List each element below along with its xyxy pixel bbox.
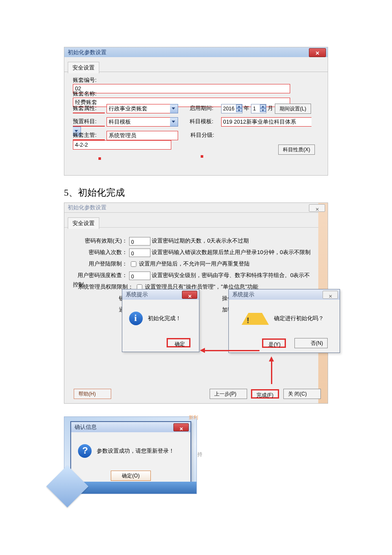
input-pwd-tries[interactable]: 0 [129,249,150,257]
dialog-title: 系统提示 [126,291,148,298]
label-acct-name: 账套名称: [73,90,105,98]
dialog-body: 初始化完成！ [122,300,199,335]
question-icon [78,444,92,458]
close-icon[interactable]: ✕ [323,291,338,299]
label-acct-attr: 账套属性: [73,104,105,113]
dialog-relogin: 确认信息 ✕ 参数设置成功，请您重新登录！ 确定(O) [70,421,191,486]
select-preset[interactable]: 科目模板 [107,117,170,127]
dialog-titlebar: 系统提示 ✕ [122,289,199,300]
label-acct-no: 账套编号: [73,76,105,84]
relogin-background: 新利 持 确认信息 ✕ 参数设置成功，请您重新登录！ 确定(O) [64,416,197,494]
window-titlebar: 初始化参数设置 ✕ [64,47,328,57]
help-button[interactable]: 帮助(H) [74,389,111,399]
desc-pwd-days: 设置密码过期的天数，0天表示永不过期 [152,237,249,244]
input-admin[interactable]: 系统管理员 [107,131,178,140]
select-subj-tpl[interactable]: 019 2012新事业单位科目体系 [221,117,311,127]
input-pwd-strength[interactable]: 0 [129,272,150,280]
window-title: 初始化参数设置 [68,49,107,55]
no-button[interactable]: 否(N) [294,338,328,348]
checkbox-login-limit[interactable] [131,261,136,267]
deco-text: 新利 [189,414,198,421]
ok-button[interactable]: 确定(O) [111,471,151,481]
info-icon [129,312,143,325]
label-pwd-days: 密码有效期(天)： [73,236,127,246]
label-pwd-strength: 用户密码强度检查： [73,271,127,280]
label-subj-tpl: 科目模板: [190,118,219,125]
chevron-down-icon[interactable] [170,104,178,113]
close-icon[interactable]: ✕ [182,291,197,299]
warning-icon [242,313,269,325]
close-icon[interactable]: ✕ [173,423,189,431]
close-icon[interactable]: ✕ [309,48,326,57]
dialog-title: 系统提示 [232,291,254,298]
footer-row: 帮助(H) 上一步(P) 完成(F) 关 闭(C) [64,389,328,399]
label-login-limit: 用户登陆限制： [73,259,127,269]
label-preset: 预置科目: [73,118,105,127]
dialog-body: 参数设置成功，请您重新登录！ [71,432,190,468]
red-dot [98,157,101,160]
dialog-body: 确定进行初始化吗？ [229,300,340,335]
tab-row: 安全设置 [64,58,328,72]
chevron-down-icon[interactable] [170,117,178,127]
tab-row: 安全设置 [64,214,328,228]
window-titlebar-light: 初始化参数设置 ✕ [64,203,328,213]
close-icon[interactable]: ✕ [309,204,325,212]
dialog-message: 参数设置成功，请您重新登录！ [97,447,174,455]
input-pwd-days[interactable]: 0 [129,237,150,246]
form-area: 账套编号: 02 账套名称: 经费账套 账套属性: 行政事业类账套 启用期间: … [64,72,328,176]
tab-security[interactable]: 安全设置 [68,62,99,73]
desc-login-limit: 设置用户登陆后，不允许同一用户再重复登陆 [139,260,250,267]
init-param-panel-1: 初始化参数设置 ✕ 安全设置 账套编号: 02 账套名称: 经费账套 账套属性:… [64,47,328,176]
ok-button[interactable]: 确定 [167,338,190,347]
dialog-title: 确认信息 [75,424,97,430]
close-button[interactable]: 关 闭(C) [283,389,321,399]
dialog-titlebar: 系统提示 ✕ [229,289,340,300]
arrow-red-vertical [271,361,272,384]
finish-button[interactable]: 完成(F) [251,389,279,399]
spinner-year[interactable]: 2016 [221,104,242,113]
month-unit: 月 [268,105,273,111]
deco-text: 持 [197,451,202,458]
year-unit: 年 [244,105,249,111]
dialog-message: 初始化完成！ [148,315,181,322]
arrow-red [204,350,259,351]
prev-button[interactable]: 上一步(P) [210,389,247,399]
label-subj-level: 科目分级: [190,131,220,139]
tab-security[interactable]: 安全设置 [68,217,99,229]
select-acct-attr[interactable]: 行政事业类账套 [107,104,170,113]
period-settings-button[interactable]: 期间设置(L) [275,104,311,114]
label-pwd-tries: 密码输入次数： [73,248,127,257]
spinner-month[interactable]: 1 [251,104,266,113]
subject-nature-button[interactable]: 科目性质(X) [278,145,315,155]
dialog-message: 确定进行初始化吗？ [274,315,324,322]
dialog-init-done: 系统提示 ✕ 初始化完成！ 确定 [122,289,199,352]
dialog-confirm-init: 系统提示 ✕ 确定进行初始化吗？ 是(Y) 否(N) [228,289,340,353]
section-heading: 5、初始化完成 [64,186,328,199]
label-admin: 账套主管: [73,131,105,140]
init-param-panel-2: 初始化参数设置 ✕ 安全设置 密码有效期(天)： 0 设置密码过期的天数，0天表… [64,202,328,404]
desc-pwd-tries: 设置密码输入错误次数超限后禁止用户登录10分钟，0表示不限制 [152,249,311,255]
yes-button[interactable]: 是(Y) [262,338,286,348]
dialog-titlebar: 确认信息 ✕ [71,422,190,432]
label-start-period: 启用期间: [190,104,219,112]
red-dot [201,155,203,158]
window-title: 初始化参数设置 [68,204,107,211]
